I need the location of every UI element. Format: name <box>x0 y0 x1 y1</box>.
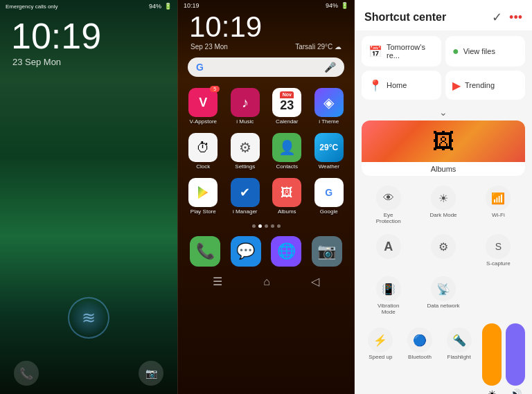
toggle-wifi[interactable]: 📶 Wi-Fi <box>472 181 525 229</box>
albums-thumbnail: 🖼 <box>362 120 525 162</box>
nav-back-icon[interactable]: ◁ <box>311 275 319 288</box>
app-calendar-icon: Nov23 <box>272 88 301 117</box>
app-vappstore[interactable]: V 5 V-Appstore <box>184 85 223 127</box>
app-weather[interactable]: 29°C Weather <box>310 130 349 172</box>
nav-home-icon[interactable]: ⌂ <box>263 276 270 288</box>
toggle-eye-protection[interactable]: 👁 EyeProtection <box>362 181 415 229</box>
tomorrows-label: Tomorrow's re... <box>387 43 434 60</box>
checkmark-icon[interactable]: ✓ <box>492 10 502 25</box>
dock-messages[interactable]: 💬 <box>231 236 261 267</box>
shortcut-card-trending[interactable]: ▶ Trending <box>445 71 525 100</box>
google-logo: G <box>196 62 204 73</box>
wifi-label: Wi-Fi <box>492 212 505 218</box>
app-albums-icon: 🖼 <box>272 178 301 207</box>
app-albums-label: Albums <box>278 208 296 215</box>
datanetwork-label: Data network <box>427 303 459 309</box>
toggle-scapture[interactable]: S S-capture <box>472 230 525 271</box>
shortcut-row-1: 📅 Tomorrow's re... ● View files <box>362 36 525 66</box>
flashlight-icon: 🔦 <box>447 328 472 352</box>
dot-4 <box>271 224 274 228</box>
app-calendar[interactable]: Nov23 Calendar <box>267 85 307 127</box>
dot-1 <box>252 224 256 228</box>
shortcut-card-viewfiles[interactable]: ● View files <box>445 36 525 66</box>
toggle-flashlight[interactable]: 🔦 Flashlight <box>440 323 478 364</box>
vibration-icon: 📳 <box>376 276 401 301</box>
app-playstore[interactable]: Play Store <box>184 175 223 217</box>
lock-status-bar: Emergency calls only 94% 🔋 <box>0 0 177 12</box>
nav-menu-icon[interactable]: ☰ <box>213 275 222 288</box>
more-options-icon[interactable]: ••• <box>509 10 522 25</box>
messages-icon: 💬 <box>236 242 255 260</box>
toggle-vibration[interactable]: 📳 VibrationMode <box>362 272 415 319</box>
camera-symbol: 📷 <box>145 368 157 379</box>
home-date: Sep 23 Mon <box>190 43 228 51</box>
app-settings-icon: ⚙ <box>231 133 260 162</box>
phone-icon: 📞 <box>196 242 215 260</box>
app-imusic-label: i Music <box>236 118 254 125</box>
app-settings[interactable]: ⚙ Settings <box>226 130 265 172</box>
app-google-label: Google <box>320 208 338 215</box>
mic-icon[interactable]: 🎤 <box>324 62 336 73</box>
shortcut-header: Shortcut center ✓ ••• <box>355 0 532 30</box>
svg-marker-1 <box>198 186 208 199</box>
home-battery: 94% <box>326 2 338 9</box>
home-time: 10:19 <box>178 11 354 42</box>
bottom-sliders-row: ⚡ Speed up 🔵 Bluetooth 🔦 Flashlight ☀ <box>355 322 532 394</box>
chevron-down-row[interactable]: ⌄ <box>355 105 532 118</box>
chevron-down-icon: ⌄ <box>439 107 447 118</box>
app-google[interactable]: G Google <box>310 175 349 217</box>
volume-slider-container[interactable]: 🔊 <box>506 323 525 394</box>
app-imusic[interactable]: ♪ i Music <box>226 85 265 127</box>
dock-camera[interactable]: 📷 <box>312 236 342 267</box>
dot-3 <box>265 224 268 228</box>
google-search-bar[interactable]: G 🎤 <box>188 57 344 77</box>
shortcut-card-tomorrows[interactable]: 📅 Tomorrow's re... <box>362 36 441 66</box>
dock-bar: 📞 💬 🌐 📷 <box>178 232 354 271</box>
app-imusic-icon: ♪ <box>231 88 260 117</box>
toggle-bluetooth[interactable]: 🔵 Bluetooth <box>401 323 439 364</box>
app-playstore-icon <box>188 178 218 207</box>
toggle-dark-mode[interactable]: ☀ Dark Mode <box>416 181 470 229</box>
apps-grid: V 5 V-Appstore ♪ i Music Nov23 Calendar … <box>178 82 354 220</box>
datanetwork-icon: 📡 <box>431 276 456 301</box>
wave-circle <box>68 297 109 339</box>
toggle-datanetwork[interactable]: 📡 Data network <box>416 272 470 319</box>
home-status-bar: 10:19 94% 🔋 <box>178 0 354 11</box>
dot-5 <box>277 224 281 228</box>
brightness-slider-vertical[interactable] <box>482 323 502 386</box>
shortcut-card-home[interactable]: 📍 Home <box>362 71 441 100</box>
volume-slider-vertical[interactable] <box>506 323 525 386</box>
calendar-red-icon: 📅 <box>369 45 382 58</box>
scapture-icon: S <box>486 234 511 259</box>
shortcut-cards-container: 📅 Tomorrow's re... ● View files 📍 Home ▶… <box>355 30 532 105</box>
app-imanager-label: i Manager <box>233 208 258 215</box>
toggle-font[interactable]: A <box>362 230 415 271</box>
albums-featured-card[interactable]: 🖼 Albums <box>362 120 525 176</box>
bluetooth-icon: 🔵 <box>407 328 432 352</box>
app-itheme[interactable]: ◈ i Theme <box>310 85 349 127</box>
app-vappstore-icon: V 5 <box>188 88 218 117</box>
vibration-label: VibrationMode <box>378 303 399 315</box>
bottom-toggle-row: ⚡ Speed up 🔵 Bluetooth 🔦 Flashlight <box>362 323 478 364</box>
dock-phone[interactable]: 📞 <box>190 236 220 267</box>
app-clock[interactable]: ⏱ Clock <box>184 130 223 172</box>
eye-protection-icon: 👁 <box>376 186 401 211</box>
play-icon <box>195 184 211 201</box>
toggle-speedup[interactable]: ⚡ Speed up <box>362 323 400 364</box>
app-imanager[interactable]: ✔ i Manager <box>226 175 265 217</box>
brightness-slider-container[interactable]: ☀ <box>482 323 502 394</box>
shortcut-center-panel: Shortcut center ✓ ••• 📅 Tomorrow's re...… <box>355 0 532 394</box>
lock-screen-panel: Emergency calls only 94% 🔋 10:19 23 Sep … <box>0 0 177 394</box>
lock-camera-icon[interactable]: 📷 <box>139 361 163 386</box>
dock-browser[interactable]: 🌐 <box>271 236 301 267</box>
app-contacts[interactable]: 👤 Contacts <box>267 130 307 172</box>
app-clock-icon: ⏱ <box>188 133 218 162</box>
home-status-time: 10:19 <box>184 2 200 9</box>
app-playstore-label: Play Store <box>190 208 216 215</box>
app-albums[interactable]: 🖼 Albums <box>267 175 307 217</box>
font-icon: A <box>376 234 401 259</box>
lock-status-right: 94% 🔋 <box>149 3 172 10</box>
home-maps-icon: 📍 <box>369 79 382 92</box>
lock-phone-icon[interactable]: 📞 <box>14 361 39 386</box>
toggle-settings2[interactable]: ⚙ <box>416 230 470 271</box>
